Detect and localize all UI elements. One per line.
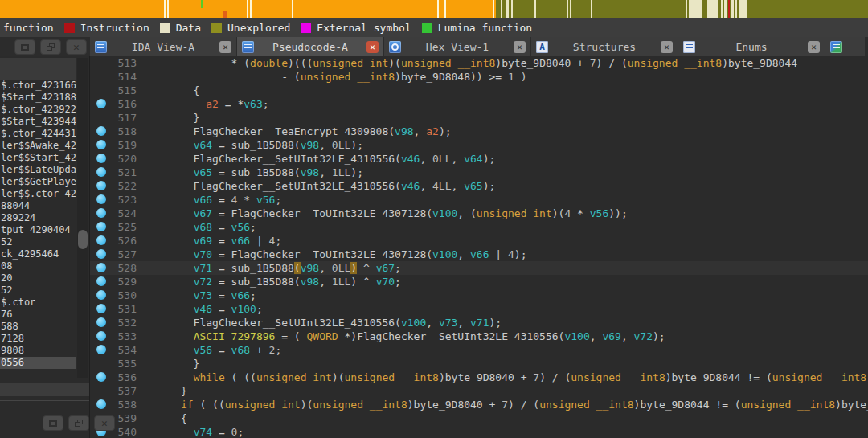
code-text[interactable]: v65 = sub_1B5D88(v98, 1LL); (143, 166, 363, 179)
function-list-scrollbar[interactable] (77, 58, 88, 378)
breakpoint-icon[interactable] (96, 154, 106, 163)
close-tab-icon[interactable]: ✕ (808, 41, 820, 53)
breakpoint-icon[interactable] (96, 167, 106, 177)
code-line[interactable]: 516 a2 = *v63; (90, 97, 868, 111)
tab-pseudocode-a[interactable]: Pseudocode-A✕ (237, 37, 384, 56)
code-line[interactable]: 530 v73 = v66; (90, 289, 868, 302)
function-list-item[interactable]: 76 (0, 309, 76, 321)
close-tab-icon[interactable]: ✕ (219, 41, 231, 53)
code-line[interactable]: 531 v46 = v100; (90, 302, 868, 316)
tab-structures[interactable]: Structures✕ (531, 37, 678, 56)
function-list-item[interactable]: $.ctor_4244312 (0, 128, 76, 140)
code-line[interactable]: 522 FlagChecker__SetUInt32LE_4310556(v46… (90, 179, 868, 193)
close-tab-icon[interactable]: ✕ (514, 41, 526, 53)
breakpoint-icon[interactable] (96, 345, 106, 354)
breakpoint-icon[interactable] (96, 99, 106, 108)
breakpoint-icon[interactable] (96, 372, 106, 382)
breakpoint-icon[interactable] (96, 331, 106, 341)
code-line[interactable]: 514 - (unsigned __int8)byte_9D8048)) >= … (90, 70, 868, 84)
code-text[interactable]: v73 = v66; (143, 289, 256, 302)
code-line[interactable]: 517 } (90, 111, 868, 125)
function-list-item[interactable]: $.ctor_4231664 (0, 80, 76, 92)
function-list-item[interactable]: $.ctor_4239220 (0, 104, 76, 116)
code-text[interactable]: while ( ((unsigned int)(unsigned __int8)… (143, 370, 868, 384)
close-tab-icon[interactable]: ✕ (661, 41, 673, 53)
code-line[interactable]: 525 v68 = v56; (90, 220, 868, 234)
breakpoint-icon[interactable] (96, 208, 106, 218)
code-text[interactable]: if ( ((unsigned int)(unsigned __int8)byt… (143, 398, 868, 411)
code-line[interactable]: 537 } (90, 384, 868, 398)
breakpoint-icon[interactable] (96, 304, 106, 313)
code-line[interactable]: 533 ASCII_7297896 = (_QWORD *)FlagChecke… (90, 330, 868, 343)
code-line[interactable]: 513 * (double)(((unsigned int)(unsigned … (90, 56, 868, 70)
code-text[interactable]: v71 = sub_1B5D88(v98, 0LL) ^ v67; (143, 261, 401, 275)
function-list-item[interactable]: tput_4290404 (0, 224, 76, 236)
code-line[interactable]: 521 v65 = sub_1B5D88(v98, 1LL); (90, 166, 868, 179)
function-list-item[interactable]: $Start_4239440 (0, 116, 76, 128)
close-panel-button[interactable]: ✕ (94, 415, 115, 431)
code-text[interactable]: v67 = FlagChecker__ToUInt32LE_4307128(v1… (143, 207, 628, 220)
code-text[interactable]: { (143, 84, 199, 97)
breakpoint-icon[interactable] (96, 317, 106, 327)
function-list-item[interactable]: 0556 (0, 357, 76, 369)
function-list-item[interactable]: ck_4295464 (0, 248, 76, 260)
restore-button[interactable] (43, 415, 63, 431)
breakpoint-icon[interactable] (96, 235, 106, 245)
breakpoint-icon[interactable] (96, 140, 106, 149)
code-text[interactable]: v46 = v100; (143, 302, 263, 316)
code-line[interactable]: 523 v66 = 4 * v56; (90, 193, 868, 207)
function-list-hscrollbar[interactable] (0, 383, 89, 396)
function-list-item[interactable]: ler$$Start_42· (0, 152, 76, 164)
code-line[interactable]: 519 v64 = sub_1B5D88(v98, 0LL); (90, 138, 868, 152)
code-text[interactable]: v64 = sub_1B5D88(v98, 0LL); (143, 138, 363, 152)
function-list-item[interactable]: ler$$Awake_42· (0, 140, 76, 152)
navigation-band[interactable] (0, 0, 868, 18)
code-text[interactable]: v66 = 4 * v56; (143, 193, 281, 207)
code-text[interactable]: FlagChecker__TeaEncrypt_4309808(v98, a2)… (143, 125, 452, 138)
code-text[interactable]: v56 = v68 + 2; (143, 343, 281, 357)
code-text[interactable]: v70 = FlagChecker__ToUInt32LE_4307128(v1… (143, 248, 526, 261)
breakpoint-icon[interactable] (96, 263, 106, 272)
function-list-item[interactable]: 7128 (0, 333, 76, 345)
tab-ida-view-a[interactable]: IDA View-A✕ (90, 37, 237, 56)
breakpoint-icon[interactable] (96, 290, 106, 300)
breakpoint-icon[interactable] (96, 276, 106, 286)
function-list-item[interactable]: 588 (0, 321, 76, 333)
code-text[interactable]: FlagChecker__SetUInt32LE_4310556(v46, 4L… (143, 179, 495, 193)
code-line[interactable]: 535 } (90, 357, 868, 370)
breakpoint-icon[interactable] (96, 181, 106, 190)
code-text[interactable]: FlagChecker__SetUInt32LE_4310556(v100, v… (143, 316, 502, 330)
code-line[interactable]: 526 v69 = v66 | 4; (90, 234, 868, 248)
restore-button[interactable] (14, 39, 35, 55)
tab-partial[interactable] (825, 37, 866, 56)
code-line[interactable]: 518 FlagChecker__TeaEncrypt_4309808(v98,… (90, 125, 868, 138)
function-list-item[interactable]: 20 (0, 272, 76, 284)
breakpoint-icon[interactable] (96, 249, 106, 259)
close-tab-icon[interactable]: ✕ (366, 41, 379, 53)
code-text[interactable]: } (143, 111, 199, 125)
code-text[interactable]: } (143, 384, 187, 398)
code-line[interactable]: 527 v70 = FlagChecker__ToUInt32LE_430712… (90, 248, 868, 261)
function-list-item[interactable]: ler$$GetPlaye· (0, 176, 76, 188)
code-text[interactable]: a2 = *v63; (143, 97, 269, 111)
function-list-item[interactable]: 9808 (0, 345, 76, 357)
function-list-item[interactable]: ler$$.ctor_42· (0, 188, 76, 200)
breakpoint-icon[interactable] (96, 126, 106, 136)
code-text[interactable]: ASCII_7297896 = (_QWORD *)FlagChecker__S… (143, 330, 665, 343)
code-line[interactable]: 532 FlagChecker__SetUInt32LE_4310556(v10… (90, 316, 868, 330)
scrollbar-thumb[interactable] (78, 230, 88, 249)
code-text[interactable]: } (143, 357, 199, 370)
function-list-item[interactable]: ler$$LateUpda· (0, 164, 76, 176)
function-list-item[interactable]: $Start_4231884 (0, 92, 76, 104)
function-list-item[interactable]: $.ctor (0, 297, 76, 309)
function-list-item[interactable]: 289224 (0, 212, 76, 224)
code-line[interactable]: 529 v72 = sub_1B5D88(v98, 1LL) ^ v70; (90, 275, 868, 289)
code-text[interactable]: v69 = v66 | 4; (143, 234, 281, 248)
breakpoint-icon[interactable] (96, 399, 106, 409)
code-line[interactable]: 538 if ( ((unsigned int)(unsigned __int8… (90, 398, 868, 411)
code-line[interactable]: 524 v67 = FlagChecker__ToUInt32LE_430712… (90, 207, 868, 220)
function-list-item[interactable]: 52 (0, 284, 76, 297)
code-text[interactable]: * (double)(((unsigned int)(unsigned __in… (143, 56, 797, 70)
code-line[interactable]: 520 FlagChecker__SetUInt32LE_4310556(v46… (90, 152, 868, 166)
function-list-item[interactable]: 52 (0, 236, 76, 248)
